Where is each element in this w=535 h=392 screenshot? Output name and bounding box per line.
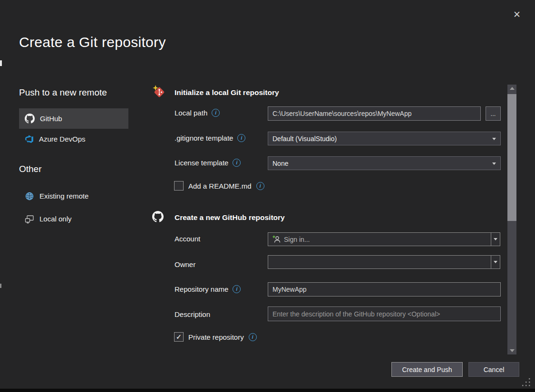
push-remote-heading: Push to a new remote [19,87,107,98]
chevron-down-icon [492,138,496,140]
account-dropdown[interactable]: Sign in... [268,232,500,246]
license-label-row: License template [175,159,241,167]
edge-artifact [0,60,2,66]
description-label-row: Description [175,310,210,318]
init-section-heading: Initialize a local Git repository [175,88,279,97]
cancel-button[interactable]: Cancel [468,362,519,377]
scroll-up-icon[interactable] [507,85,516,92]
readme-label: Add a README.md [188,182,252,190]
scroll-down-icon[interactable] [507,347,516,354]
window-bottom-edge [0,389,535,392]
license-dropdown[interactable]: None [268,156,501,170]
sidebar-item-existing-remote[interactable]: Existing remote [19,186,128,206]
sidebar-item-label: Azure DevOps [39,135,86,143]
computer-icon [25,214,34,224]
chevron-down-icon [494,238,497,240]
sidebar-item-label: Existing remote [39,192,88,200]
owner-label: Owner [175,260,195,268]
repo-name-label-row: Repository name [175,285,241,293]
gitignore-value: Default (VisualStudio) [272,135,337,143]
account-label-row: Account [175,235,200,243]
close-icon[interactable]: ✕ [511,9,523,20]
info-icon[interactable] [233,159,241,167]
info-icon[interactable] [237,134,245,142]
local-path-label-row: Local path [175,109,220,117]
gitignore-dropdown[interactable]: Default (VisualStudio) [268,132,501,145]
new-repository-icon [152,85,165,98]
repository-name-input[interactable] [268,282,501,296]
dropdown-caret-box[interactable] [491,256,500,268]
info-icon[interactable] [233,285,241,293]
repo-name-label: Repository name [175,285,228,293]
dropdown-caret-box[interactable] [491,233,500,246]
readme-row: Add a README.md [174,181,264,191]
scrollbar[interactable] [507,85,516,354]
local-path-input[interactable] [268,106,481,121]
readme-checkbox[interactable] [174,181,184,191]
private-repo-label: Private repository [188,333,244,341]
scrollbar-thumb[interactable] [507,94,516,221]
sidebar-item-azure-devops[interactable]: Azure DevOps [19,129,128,149]
sidebar-item-github[interactable]: GitHub [19,108,128,129]
gitignore-label-row: .gitignore template [175,134,245,142]
info-icon[interactable] [256,182,264,190]
chevron-down-icon [492,163,496,165]
sidebar-item-local-only[interactable]: Local only [19,209,128,229]
azure-devops-icon [25,134,34,143]
local-path-label: Local path [175,109,207,117]
account-value: Sign in... [284,236,310,243]
create-git-repo-dialog: ✕ Create a Git repository Push to a new … [0,0,535,392]
sidebar-item-label: Local only [39,215,72,223]
account-label: Account [175,235,200,243]
sign-in-icon [272,235,281,243]
gitignore-label: .gitignore template [175,134,233,142]
license-label: License template [175,159,228,167]
description-label: Description [175,310,210,318]
owner-dropdown[interactable] [268,255,500,269]
chevron-down-icon [494,261,497,263]
private-repo-checkbox[interactable] [174,332,184,342]
github-icon [152,211,164,222]
browse-button[interactable]: ... [486,106,501,121]
github-icon [25,114,35,124]
private-repo-row: Private repository [174,332,257,342]
info-icon[interactable] [212,109,220,117]
globe-icon [25,191,34,201]
sidebar-item-label: GitHub [40,115,62,123]
resize-grip[interactable] [521,377,531,387]
edge-artifact [0,284,1,288]
owner-label-row: Owner [175,260,195,268]
license-value: None [272,160,288,167]
description-input[interactable] [268,306,501,321]
page-title: Create a Git repository [19,34,166,50]
github-section-heading: Create a new GitHub repository [175,213,285,222]
create-and-push-button[interactable]: Create and Push [391,362,463,377]
other-heading: Other [19,164,42,174]
info-icon[interactable] [249,333,257,341]
